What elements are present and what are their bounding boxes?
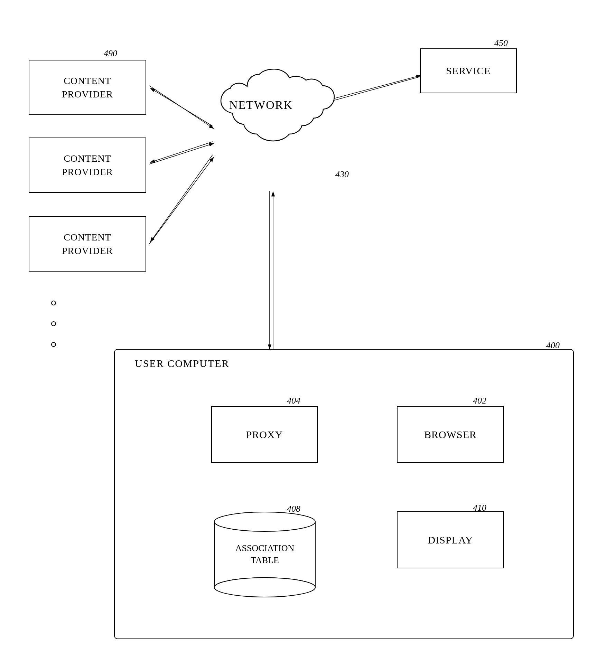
ref-450: 450 xyxy=(494,38,508,48)
ref-400: 400 xyxy=(546,340,560,351)
browser-label: BROWSER xyxy=(424,429,477,441)
dot-2 xyxy=(51,321,56,326)
content-provider-2-box: CONTENT PROVIDER xyxy=(29,138,146,193)
svg-point-20 xyxy=(214,512,315,531)
user-computer-label: USER COMPUTER xyxy=(135,358,230,369)
display-box: DISPLAY xyxy=(397,511,504,568)
svg-line-8 xyxy=(328,77,420,102)
service-box: SERVICE xyxy=(420,48,517,93)
ref-408: 408 xyxy=(287,504,300,514)
service-label: SERVICE xyxy=(446,65,491,77)
svg-text:TABLE: TABLE xyxy=(251,555,279,565)
ref-430: 430 xyxy=(335,169,349,180)
svg-point-23 xyxy=(214,578,315,597)
proxy-label: PROXY xyxy=(246,429,283,441)
browser-box: BROWSER xyxy=(397,406,504,463)
content-provider-3-label: CONTENT PROVIDER xyxy=(62,230,113,257)
content-provider-3-box: CONTENT PROVIDER xyxy=(29,216,146,272)
display-label: DISPLAY xyxy=(428,534,473,546)
svg-text:ASSOCIATION: ASSOCIATION xyxy=(235,543,295,553)
dot-1 xyxy=(51,301,56,305)
proxy-box: PROXY xyxy=(211,406,318,463)
content-provider-1-box: CONTENT PROVIDER xyxy=(29,60,146,115)
ref-410: 410 xyxy=(473,503,486,513)
content-provider-2-label: CONTENT PROVIDER xyxy=(62,152,113,179)
ref-402: 402 xyxy=(473,396,486,406)
ref-404: 404 xyxy=(287,396,300,406)
user-computer-box xyxy=(114,349,574,639)
network-cloud: NETWORK xyxy=(185,69,340,200)
ref-490: 490 xyxy=(104,48,117,59)
association-table-cylinder: ASSOCIATION TABLE xyxy=(214,511,316,601)
svg-text:NETWORK: NETWORK xyxy=(229,98,293,111)
diagram-container: CONTENT PROVIDER 490 CONTENT PROVIDER CO… xyxy=(0,0,616,672)
content-provider-1-label: CONTENT PROVIDER xyxy=(62,74,113,101)
dot-3 xyxy=(51,342,56,347)
svg-line-9 xyxy=(330,75,421,100)
